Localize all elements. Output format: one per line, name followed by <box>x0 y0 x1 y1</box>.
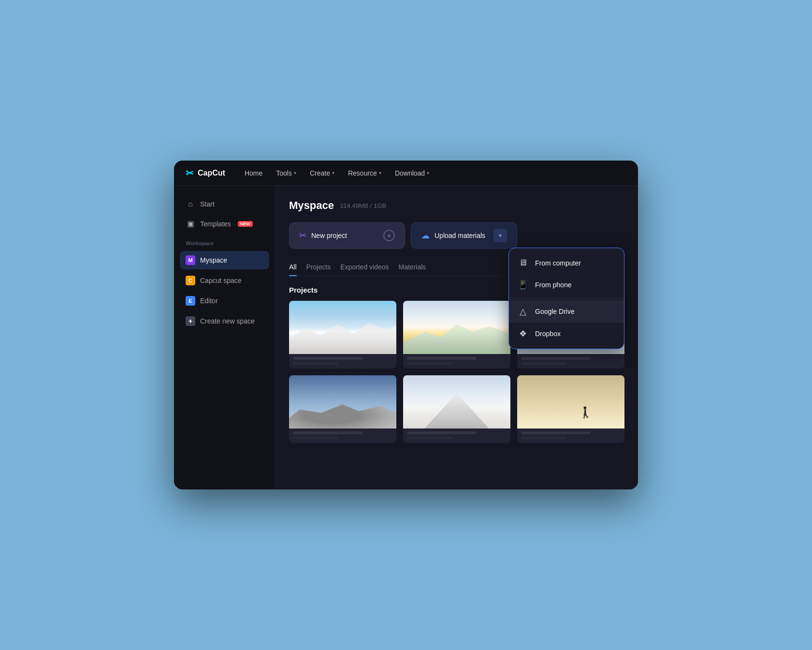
sidebar-item-templates[interactable]: ▣ Templates New <box>180 215 269 233</box>
sidebar-item-capcut[interactable]: C Capcut space <box>180 271 269 290</box>
project-title-bar <box>293 431 362 434</box>
tab-projects[interactable]: Projects <box>306 260 331 276</box>
storage-info: 314.49MB / 1GB <box>340 202 386 209</box>
page-header: Myspace 314.49MB / 1GB <box>289 199 624 212</box>
sidebar-item-create-new-space[interactable]: + Create new space <box>180 312 269 330</box>
tab-exported-videos[interactable]: Exported videos <box>340 260 389 276</box>
project-thumbnail <box>289 301 396 354</box>
project-thumbnail <box>289 375 396 428</box>
create-arrow-icon: ▾ <box>332 170 334 176</box>
project-title-bar <box>521 357 591 360</box>
phone-icon: 📱 <box>518 280 528 290</box>
dropdown-from-phone[interactable]: 📱 From phone <box>509 274 624 296</box>
dropdown-divider <box>509 298 624 298</box>
project-thumbnail <box>517 375 624 428</box>
templates-icon: ▣ <box>186 219 195 228</box>
project-title-bar <box>521 431 591 434</box>
nav-create[interactable]: Create ▾ <box>310 169 334 177</box>
project-thumbnail <box>403 301 510 354</box>
project-meta <box>517 354 624 369</box>
templates-new-badge: New <box>238 221 253 227</box>
project-card[interactable] <box>289 301 396 369</box>
project-date-bar <box>407 362 452 365</box>
project-date-bar <box>521 362 566 365</box>
sidebar-item-start[interactable]: ⌂ Start <box>180 195 269 213</box>
tools-arrow-icon: ▾ <box>294 170 296 176</box>
logo: ✂ CapCut <box>186 167 225 179</box>
project-meta <box>289 428 396 443</box>
resource-arrow-icon: ▾ <box>379 170 381 176</box>
new-project-button[interactable]: ✂ New project + <box>289 222 405 249</box>
project-meta <box>403 354 510 369</box>
logo-icon: ✂ <box>186 167 194 179</box>
project-date-bar <box>521 437 566 439</box>
project-date-bar <box>293 362 338 365</box>
dropdown-dropbox[interactable]: ❖ Dropbox <box>509 323 624 345</box>
page-title: Myspace <box>289 199 334 212</box>
main-layout: ⌂ Start ▣ Templates New Workspace M Mysp… <box>174 186 638 489</box>
editor-avatar: E <box>186 296 195 306</box>
project-title-bar <box>407 431 477 434</box>
scissors-icon: ✂ <box>299 230 306 241</box>
upload-dropdown: 🖥 From computer 📱 From phone △ Google Dr… <box>508 248 624 349</box>
myspace-avatar: M <box>186 255 195 265</box>
project-card[interactable] <box>289 375 396 443</box>
nav-tools[interactable]: Tools ▾ <box>276 169 296 177</box>
plus-icon: + <box>383 230 395 241</box>
sidebar: ⌂ Start ▣ Templates New Workspace M Mysp… <box>174 186 276 489</box>
project-date-bar <box>293 437 338 439</box>
project-title-bar <box>407 357 477 360</box>
project-meta <box>289 354 396 369</box>
computer-icon: 🖥 <box>518 258 528 268</box>
project-card[interactable] <box>403 375 510 443</box>
project-date-bar <box>407 437 452 439</box>
project-thumbnail <box>403 375 510 428</box>
download-arrow-icon: ▾ <box>427 170 429 176</box>
project-meta <box>403 428 510 443</box>
nav-download[interactable]: Download ▾ <box>395 169 429 177</box>
project-card[interactable] <box>403 301 510 369</box>
action-buttons: ✂ New project + ☁ Upload materials ▾ <box>289 222 624 249</box>
dropdown-from-computer[interactable]: 🖥 From computer <box>509 252 624 274</box>
upload-materials-button[interactable]: ☁ Upload materials ▾ <box>411 222 517 249</box>
project-card[interactable] <box>517 375 624 443</box>
dropdown-google-drive[interactable]: △ Google Drive <box>509 300 624 323</box>
create-space-icon: + <box>186 316 195 326</box>
project-meta <box>517 428 624 443</box>
tab-all[interactable]: All <box>289 260 297 276</box>
workspace-label: Workspace <box>180 235 269 249</box>
tab-materials[interactable]: Materials <box>399 260 426 276</box>
screen-wrapper: ✂ CapCut Home Tools ▾ Create ▾ Resource … <box>174 161 638 489</box>
nav-home[interactable]: Home <box>245 169 262 177</box>
capcut-avatar: C <box>186 276 195 285</box>
main-content: Myspace 314.49MB / 1GB ✂ New project + ☁… <box>276 186 638 489</box>
top-nav: ✂ CapCut Home Tools ▾ Create ▾ Resource … <box>174 161 638 186</box>
nav-resource[interactable]: Resource ▾ <box>348 169 381 177</box>
upload-chevron-icon: ▾ <box>493 229 507 242</box>
upload-icon: ☁ <box>421 230 430 241</box>
google-drive-icon: △ <box>518 306 528 317</box>
sidebar-item-myspace[interactable]: M Myspace <box>180 251 269 269</box>
sidebar-item-editor[interactable]: E Editor <box>180 292 269 310</box>
dropbox-icon: ❖ <box>518 328 528 339</box>
home-icon: ⌂ <box>186 200 195 208</box>
logo-text: CapCut <box>198 169 225 177</box>
project-title-bar <box>293 357 362 360</box>
